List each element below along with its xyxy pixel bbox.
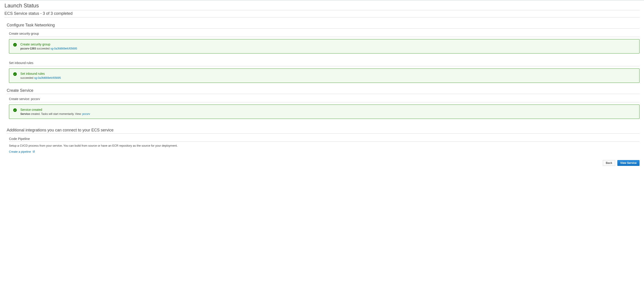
section-create-service-heading: Create Service <box>7 88 640 94</box>
create-service-box-title: Service created <box>20 108 90 112</box>
security-group-label: Create security group <box>9 32 640 37</box>
inbound-rules-label: Set inbound rules <box>9 61 640 66</box>
check-circle-icon: ✓ <box>13 72 17 76</box>
inbound-rules-box-detail: succeeded sg-0a3fd669efcf05695 <box>20 76 61 80</box>
create-service-label: Create service: pccsrv <box>9 97 640 102</box>
inbound-rules-success-box: ✓ Set inbound rules succeeded sg-0a3fd66… <box>9 69 640 83</box>
create-pipeline-link[interactable]: Create a pipeline <box>9 150 35 153</box>
inbound-rules-link[interactable]: sg-0a3fd669efcf05695 <box>34 76 61 80</box>
check-circle-icon: ✓ <box>13 43 17 47</box>
create-service-box-body: Service created Service created. Tasks w… <box>20 108 90 116</box>
security-group-box-detail: pccsrv-1393 succeeded sg-0a3fd669efcf056… <box>20 47 77 50</box>
security-group-name: pccsrv-1393 <box>20 47 36 50</box>
inbound-rules-box-body: Set inbound rules succeeded sg-0a3fd669e… <box>20 72 61 80</box>
create-pipeline-link-text: Create a pipeline <box>9 150 31 153</box>
inbound-rules-box-title: Set inbound rules <box>20 72 61 76</box>
security-group-box-title: Create security group <box>20 43 77 46</box>
create-service-detail-bold: Service <box>20 112 30 116</box>
create-service-box-detail: Service created. Tasks will start moment… <box>20 112 90 116</box>
external-link-icon <box>33 150 35 152</box>
create-service-link[interactable]: pccsrv <box>82 112 90 116</box>
footer-buttons: Back View Service <box>4 160 640 166</box>
code-pipeline-label: Code Pipeline <box>9 137 640 142</box>
code-pipeline-desc: Setup a CI/CD process from your service.… <box>9 144 640 147</box>
page-title: Launch Status <box>4 0 640 10</box>
create-service-block: Create service: pccsrv ✓ Service created… <box>9 97 640 119</box>
create-pipeline-row: Create a pipeline <box>9 150 640 153</box>
section-configure-heading: Configure Task Networking <box>7 23 640 29</box>
security-group-link[interactable]: sg-0a3fd669efcf05695 <box>50 47 77 50</box>
back-button[interactable]: Back <box>603 160 615 166</box>
inbound-rules-status: succeeded <box>20 76 33 80</box>
security-group-block: Create security group ✓ Create security … <box>9 32 640 54</box>
create-service-success-box: ✓ Service created Service created. Tasks… <box>9 105 640 119</box>
security-group-success-box: ✓ Create security group pccsrv-1393 succ… <box>9 39 640 54</box>
create-service-detail-rest: created. Tasks will start momentarily. V… <box>30 112 82 116</box>
check-circle-icon: ✓ <box>13 108 17 112</box>
inbound-rules-block: Set inbound rules ✓ Set inbound rules su… <box>9 61 640 83</box>
status-line: ECS Service status - 3 of 3 completed <box>4 10 640 18</box>
security-group-box-body: Create security group pccsrv-1393 succee… <box>20 43 77 50</box>
view-service-button[interactable]: View Service <box>617 160 640 166</box>
section-integrations-heading: Additional integrations you can connect … <box>7 128 640 134</box>
